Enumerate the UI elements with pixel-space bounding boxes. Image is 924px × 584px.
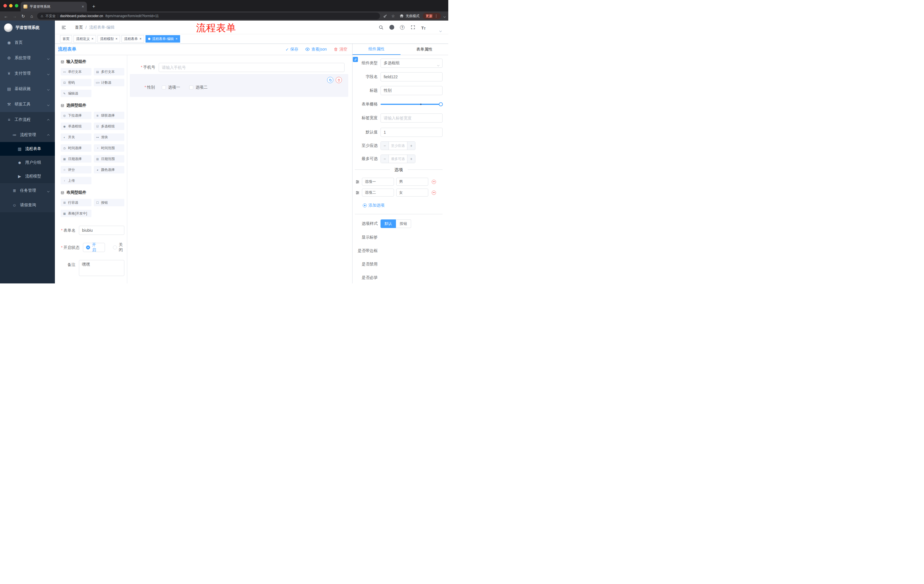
help-icon[interactable]: ? bbox=[399, 25, 405, 30]
save-button[interactable]: ✓ 保存 bbox=[285, 47, 299, 52]
component-chip-dropdown[interactable]: ◎下拉选择 bbox=[61, 112, 91, 119]
zoom-window-button[interactable] bbox=[15, 4, 18, 7]
decrease-button[interactable]: − bbox=[381, 155, 389, 163]
component-chip-date-range[interactable]: ▥日期范围 bbox=[94, 155, 125, 163]
browser-tab-close-icon[interactable]: × bbox=[82, 5, 84, 8]
search-icon[interactable] bbox=[378, 25, 384, 30]
delete-widget-button[interactable] bbox=[336, 77, 342, 83]
component-chip-switch[interactable]: ◐开关 bbox=[61, 133, 91, 141]
view-tab-home[interactable]: 首页 bbox=[60, 35, 72, 43]
sidebar-item-user-group[interactable]: ☻ 用户分组 bbox=[0, 156, 55, 169]
component-chip-multi-line-text[interactable]: ▤多行文本 bbox=[94, 68, 125, 76]
component-chip-radio-group[interactable]: ◉单选框组 bbox=[61, 123, 91, 130]
slider-handle[interactable] bbox=[439, 102, 443, 106]
user-avatar-menu[interactable] bbox=[431, 23, 441, 31]
sidebar-item-process-management[interactable]: ≔ 流程管理 bbox=[0, 127, 55, 142]
component-chip-checkbox-group[interactable]: ☑多选框组 bbox=[94, 123, 125, 130]
style-default-button[interactable]: 默认 bbox=[381, 219, 396, 228]
sidebar-item-task-management[interactable]: ≣ 任务管理 bbox=[0, 183, 55, 198]
component-chip-color-picker[interactable]: ◕颜色选择 bbox=[94, 166, 125, 173]
component-chip-password[interactable]: ⊡密码 bbox=[61, 79, 91, 86]
browser-expand-chevron-icon[interactable] bbox=[444, 14, 446, 18]
option2-name-input[interactable] bbox=[362, 189, 394, 197]
view-tab-process-definition[interactable]: 流程定义 × bbox=[73, 35, 96, 43]
view-tab-process-form-edit[interactable]: 流程表单-编辑 × bbox=[145, 35, 180, 43]
form-grid-slider[interactable] bbox=[381, 100, 442, 109]
tab-component-properties[interactable]: 组件属性 bbox=[353, 44, 401, 55]
decrease-button[interactable]: − bbox=[381, 142, 389, 150]
view-tab-close-icon[interactable]: × bbox=[175, 37, 178, 41]
view-json-button[interactable]: 查看json bbox=[305, 47, 327, 52]
view-tab-process-form[interactable]: 流程表单 × bbox=[122, 35, 144, 43]
browser-update-button[interactable]: 更新 ⋮ bbox=[423, 13, 441, 19]
component-chip-editor[interactable]: ✎编辑器 bbox=[61, 90, 91, 97]
min-select-input[interactable] bbox=[389, 142, 407, 150]
component-chip-date-picker[interactable]: ▦日期选择 bbox=[61, 155, 91, 163]
font-size-icon[interactable]: TT bbox=[421, 25, 426, 30]
add-option-button[interactable]: 添加选项 bbox=[363, 203, 384, 208]
increase-button[interactable]: + bbox=[407, 142, 415, 150]
style-button-button[interactable]: 按钮 bbox=[396, 219, 411, 228]
component-chip-table[interactable]: ▦表格[开发中] bbox=[61, 210, 91, 217]
form-remark-textarea[interactable]: 嘿嘿 bbox=[79, 260, 124, 276]
reload-button[interactable]: ↻ bbox=[20, 14, 26, 18]
canvas-field-gender-selected[interactable]: *性别 选项一 选项二 bbox=[130, 74, 348, 97]
bookmark-star-icon[interactable]: ☆ bbox=[390, 13, 396, 19]
address-bar[interactable]: ⚠ 不安全 dashboard.yudao.iocoder.cn/bpm/man… bbox=[37, 13, 380, 20]
fullscreen-icon[interactable] bbox=[410, 25, 416, 30]
home-button[interactable]: ⌂ bbox=[29, 14, 35, 18]
component-type-select[interactable]: 多选框组 bbox=[381, 59, 442, 68]
view-tab-close-icon[interactable]: × bbox=[91, 37, 94, 41]
github-icon[interactable] bbox=[389, 25, 394, 30]
form-name-input[interactable] bbox=[79, 226, 124, 235]
drag-handle-icon[interactable] bbox=[355, 191, 360, 195]
option1-name-input[interactable] bbox=[362, 178, 394, 186]
component-chip-time-range[interactable]: ◔时间范围 bbox=[94, 144, 125, 152]
back-button[interactable]: ← bbox=[3, 14, 9, 18]
status-on-radio[interactable]: 开启 bbox=[83, 243, 105, 252]
remove-option-button[interactable] bbox=[432, 191, 436, 195]
drag-handle-icon[interactable] bbox=[355, 180, 360, 184]
sidebar-item-system-management[interactable]: ⚙ 系统管理 bbox=[0, 50, 55, 66]
password-key-icon[interactable] bbox=[382, 13, 388, 19]
sidebar-item-dev-tools[interactable]: ⚒ 研发工具 bbox=[0, 97, 55, 112]
sidebar-item-home[interactable]: ◉ 首页 bbox=[0, 35, 55, 50]
browser-tab[interactable]: 芋道管理系统 × bbox=[21, 2, 87, 12]
component-chip-rate[interactable]: ☆评分 bbox=[61, 166, 91, 173]
title-input[interactable] bbox=[381, 86, 442, 95]
status-off-radio[interactable]: 关闭 bbox=[113, 242, 125, 253]
sidebar-item-leave-query[interactable]: ☺ 请假查询 bbox=[0, 198, 55, 212]
max-select-input[interactable] bbox=[389, 155, 407, 163]
component-chip-counter[interactable]: 123计数器 bbox=[94, 79, 125, 86]
increase-button[interactable]: + bbox=[407, 155, 415, 163]
forward-button[interactable]: → bbox=[12, 14, 18, 18]
sidebar-item-process-form[interactable]: ▥ 流程表单 bbox=[0, 142, 55, 156]
sidebar-item-workflow[interactable]: ≡ 工作流程 bbox=[0, 112, 55, 127]
gender-option2-checkbox[interactable]: 选项二 bbox=[189, 85, 208, 90]
sidebar-item-payment-management[interactable]: ¥ 支付管理 bbox=[0, 66, 55, 81]
component-chip-row-container[interactable]: ⊞行容器 bbox=[61, 199, 91, 206]
view-tab-close-icon[interactable]: × bbox=[116, 37, 117, 41]
component-chip-button[interactable]: ☐按钮 bbox=[94, 199, 125, 206]
view-tab-close-icon[interactable]: × bbox=[140, 37, 142, 41]
component-chip-cascader[interactable]: ≣级联选择 bbox=[94, 112, 125, 119]
tab-form-properties[interactable]: 表单属性 bbox=[401, 44, 449, 55]
close-window-button[interactable] bbox=[3, 4, 7, 7]
view-tab-process-model[interactable]: 流程模型 × bbox=[97, 35, 120, 43]
sidebar-item-process-model[interactable]: ▶ 流程模型 bbox=[0, 169, 55, 183]
component-chip-time-picker[interactable]: ◷时间选择 bbox=[61, 144, 91, 152]
phone-input[interactable] bbox=[159, 63, 345, 72]
not-secure-label[interactable]: 不安全 bbox=[45, 14, 56, 18]
gender-option1-checkbox[interactable]: 选项一 bbox=[162, 85, 180, 90]
form-canvas[interactable]: *手机号 *性别 选项一 bbox=[127, 55, 352, 283]
minimize-window-button[interactable] bbox=[9, 4, 13, 7]
browser-menu-dots-icon[interactable]: ⋮ bbox=[434, 14, 438, 18]
option1-value-input[interactable] bbox=[396, 178, 428, 186]
slider-track[interactable] bbox=[381, 104, 441, 105]
component-chip-slider[interactable]: ⊶滑块 bbox=[94, 133, 125, 141]
remove-option-button[interactable] bbox=[432, 180, 436, 184]
option2-value-input[interactable] bbox=[396, 189, 428, 197]
breadcrumb-home[interactable]: 首页 bbox=[75, 25, 83, 30]
label-width-input[interactable] bbox=[381, 114, 442, 123]
new-tab-button[interactable]: + bbox=[90, 4, 97, 10]
